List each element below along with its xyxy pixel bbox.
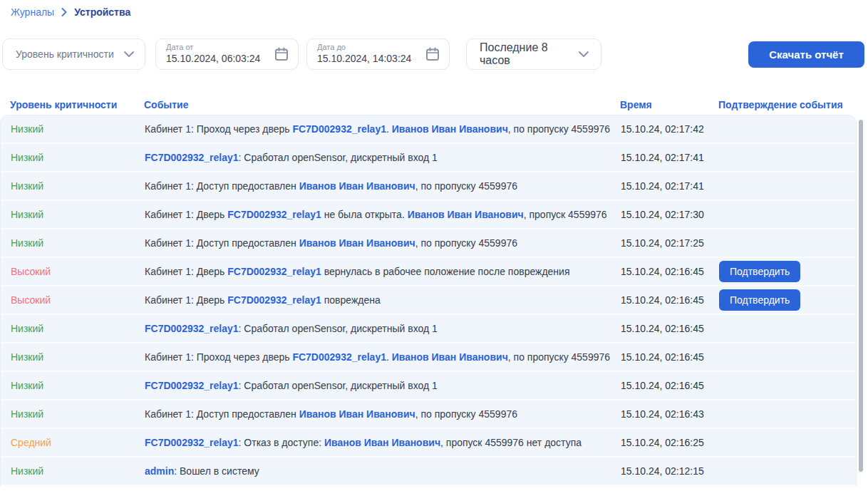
calendar-icon[interactable] (425, 46, 440, 62)
event-text-segment: Кабинет 1: Проход через дверь (145, 351, 292, 363)
event-time: 15.10.24, 02:16:45 (621, 323, 719, 334)
event-text: admin: Вошел в систему (145, 465, 621, 477)
period-filter-select[interactable]: Последние 8 часов (466, 38, 601, 70)
table-row: Низкий Кабинет 1: Доступ предоставлен Ив… (1, 172, 856, 201)
table-row: Высокий Кабинет 1: Дверь FC7D002932_rela… (1, 258, 856, 286)
column-header-confirmation: Подтверждение события (718, 99, 868, 110)
period-filter-value: Последние 8 часов (480, 41, 578, 67)
event-entity-link[interactable]: FC7D002932_relay1 (227, 294, 321, 306)
calendar-icon[interactable] (274, 46, 289, 62)
event-text-segment: . (386, 351, 392, 363)
event-entity-link[interactable]: FC7D002932_relay1 (145, 152, 239, 163)
event-time: 15.10.24, 02:16:45 (621, 266, 719, 277)
confirm-cell: Подтвердить (719, 289, 856, 311)
event-time: 15.10.24, 02:17:41 (621, 180, 719, 192)
event-time: 15.10.24, 02:17:25 (621, 237, 719, 249)
severity-filter-label: Уровень критичности (16, 48, 114, 60)
event-text-segment: Кабинет 1: Доступ предоставлен (145, 180, 299, 192)
table-row: Средний FC7D002932_relay1: Отказ в досту… (1, 429, 856, 458)
table-row: Низкий FC7D002932_relay1: Сработал openS… (1, 315, 856, 343)
event-entity-link[interactable]: FC7D002932_relay1 (292, 123, 386, 135)
date-from-input[interactable]: Дата от 15.10.2024, 06:03:24 (155, 38, 299, 70)
table-row: Низкий Кабинет 1: Доступ предоставлен Ив… (1, 400, 856, 429)
table-row: Высокий Кабинет 1: Дверь FC7D002932_rela… (1, 286, 856, 315)
severity-label: Низкий (11, 380, 145, 391)
severity-label: Низкий (11, 237, 145, 249)
event-entity-link[interactable]: Иванов Иван Иванович (299, 408, 415, 420)
event-entity-link[interactable]: Иванов Иван Иванович (324, 437, 440, 448)
severity-label: Средний (11, 437, 145, 448)
severity-label: Низкий (11, 351, 145, 363)
table-row: Низкий Кабинет 1: Проход через дверь FC7… (1, 343, 856, 372)
event-entity-link[interactable]: FC7D002932_relay1 (145, 380, 239, 391)
event-text: FC7D002932_relay1: Отказ в доступе: Иван… (145, 437, 621, 448)
event-time: 15.10.24, 02:16:45 (621, 351, 719, 363)
event-entity-link[interactable]: Иванов Иван Иванович (299, 237, 415, 249)
event-entity-link[interactable]: FC7D002932_relay1 (227, 266, 321, 277)
event-text-segment: : Отказ в доступе: (239, 437, 324, 448)
event-text-segment: : Вошел в систему (174, 465, 259, 477)
event-text-segment: : Сработал openSensor, дискретный вход 1 (239, 323, 438, 334)
event-entity-link[interactable]: FC7D002932_relay1 (292, 351, 386, 363)
event-entity-link[interactable]: admin (145, 465, 174, 477)
confirm-button[interactable]: Подтвердить (719, 289, 800, 311)
event-text-segment: Кабинет 1: Дверь (145, 209, 227, 220)
severity-label: Низкий (11, 408, 145, 420)
date-to-value: 15.10.2024, 14:03:24 (317, 53, 411, 66)
severity-label: Низкий (11, 123, 145, 135)
event-text-segment: Кабинет 1: Проход через дверь (145, 123, 292, 135)
event-text: FC7D002932_relay1: Сработал openSensor, … (145, 323, 621, 334)
table-row: Низкий FC7D002932_relay1: Сработал openS… (1, 372, 856, 400)
event-time: 15.10.24, 02:17:30 (621, 209, 719, 220)
event-entity-link[interactable]: FC7D002932_relay1 (145, 323, 239, 334)
event-text-segment: Кабинет 1: Дверь (145, 294, 227, 306)
event-text-segment: , по пропуску 4559976 (508, 351, 610, 363)
event-time: 15.10.24, 02:16:25 (621, 437, 719, 448)
event-text: FC7D002932_relay1: Сработал openSensor, … (145, 380, 621, 391)
chevron-down-icon (123, 51, 135, 58)
event-time: 15.10.24, 02:17:42 (621, 123, 719, 135)
breadcrumb-current-devices: Устройства (74, 6, 130, 18)
event-entity-link[interactable]: FC7D002932_relay1 (227, 209, 321, 220)
chevron-down-icon (578, 51, 589, 58)
table-row: Низкий Кабинет 1: Доступ предоставлен Ив… (1, 229, 856, 258)
event-text-segment: , пропуск 4559976 (524, 209, 607, 220)
event-entity-link[interactable]: FC7D002932_relay1 (145, 437, 239, 448)
event-time: 15.10.24, 02:17:41 (621, 152, 719, 163)
confirm-button[interactable]: Подтвердить (719, 261, 800, 282)
event-text: Кабинет 1: Дверь FC7D002932_relay1 повре… (145, 294, 621, 306)
breadcrumb-link-journals[interactable]: Журналы (11, 6, 54, 18)
event-time: 15.10.24, 02:16:45 (621, 380, 719, 391)
event-text: Кабинет 1: Проход через дверь FC7D002932… (145, 123, 621, 135)
table-row: Низкий Кабинет 1: Дверь FC7D002932_relay… (1, 201, 856, 229)
severity-label: Низкий (11, 465, 145, 477)
date-from-label: Дата от (166, 43, 260, 53)
event-entity-link[interactable]: Иванов Иван Иванович (392, 123, 508, 135)
download-report-button[interactable]: Скачать отчёт (748, 41, 864, 68)
event-text-segment: Кабинет 1: Дверь (145, 266, 227, 277)
breadcrumb: Журналы Устройства (0, 0, 868, 18)
event-entity-link[interactable]: Иванов Иван Иванович (299, 180, 415, 192)
table-row: Низкий Кабинет 1: Проход через дверь FC7… (1, 115, 856, 144)
event-text-segment: , по пропуску 4559976 (508, 123, 610, 135)
severity-label: Низкий (11, 323, 145, 334)
severity-label: Низкий (11, 209, 145, 220)
severity-label: Низкий (11, 152, 145, 163)
severity-filter-select[interactable]: Уровень критичности (2, 38, 145, 70)
event-text: Кабинет 1: Доступ предоставлен Иванов Ив… (145, 180, 621, 192)
event-entity-link[interactable]: Иванов Иван Иванович (392, 351, 508, 363)
event-text: Кабинет 1: Проход через дверь FC7D002932… (145, 351, 621, 363)
column-header-time: Время (620, 99, 718, 110)
event-text-segment: не была открыта. (321, 209, 408, 220)
event-table-header: Уровень критичности Событие Время Подтве… (0, 95, 868, 115)
date-to-input[interactable]: Дата до 15.10.2024, 14:03:24 (306, 38, 450, 70)
date-from-value: 15.10.2024, 06:03:24 (166, 53, 260, 66)
column-header-event: Событие (144, 99, 620, 110)
filter-bar: Уровень критичности Дата от 15.10.2024, … (2, 38, 868, 70)
event-text-segment: . (386, 123, 392, 135)
event-text-segment: повреждена (321, 294, 381, 306)
event-entity-link[interactable]: Иванов Иван Иванович (408, 209, 524, 220)
vertical-scrollbar[interactable] (859, 120, 863, 472)
severity-label: Высокий (11, 294, 145, 306)
event-text: Кабинет 1: Дверь FC7D002932_relay1 верну… (145, 266, 621, 277)
